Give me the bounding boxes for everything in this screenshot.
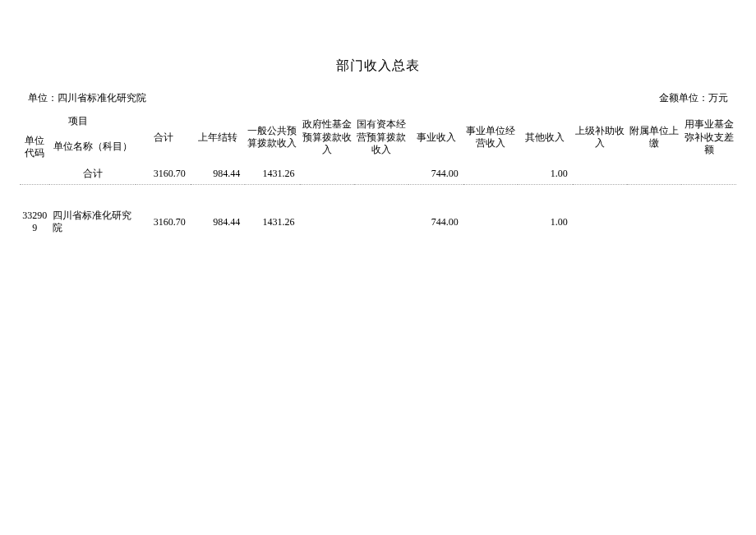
cell-bal — [681, 206, 736, 238]
cell-total: 3160.70 — [136, 206, 190, 238]
header-prev-carry: 上年结转 — [191, 112, 245, 164]
header-total: 合计 — [136, 112, 190, 164]
cell-state — [354, 206, 408, 238]
header-institution-oper: 事业单位经营收入 — [463, 112, 518, 164]
header-unit-code: 单位代码 — [20, 131, 49, 164]
cell-name: 合计 — [49, 164, 136, 185]
header-fund-balance: 用事业基金弥补收支差额 — [681, 112, 736, 164]
separator-row — [20, 185, 736, 206]
cell-gov — [300, 164, 354, 185]
cell-total: 3160.70 — [136, 164, 190, 185]
cell-upper — [573, 206, 627, 238]
cell-state — [354, 164, 408, 185]
cell-code — [20, 164, 49, 185]
cell-other: 1.00 — [518, 164, 572, 185]
table-row: 332909 四川省标准化研究院 3160.70 984.44 1431.26 … — [20, 206, 736, 238]
cell-biz: 744.00 — [408, 164, 463, 185]
cell-bal — [681, 164, 736, 185]
page-title: 部门收入总表 — [0, 0, 756, 91]
header-unit-name: 单位名称（科目） — [49, 131, 136, 164]
amount-unit-label: 金额单位：万元 — [659, 91, 728, 105]
meta-row: 单位：四川省标准化研究院 金额单位：万元 — [0, 91, 756, 112]
header-affiliated-payin: 附属单位上缴 — [627, 112, 681, 164]
header-general-public: 一般公共预算拨款收入 — [245, 112, 299, 164]
cell-prev: 984.44 — [191, 206, 245, 238]
cell-inst — [463, 206, 518, 238]
unit-label: 单位：四川省标准化研究院 — [28, 91, 146, 105]
cell-aff — [627, 206, 681, 238]
cell-other: 1.00 — [518, 206, 572, 238]
header-business-income: 事业收入 — [408, 112, 463, 164]
cell-name: 四川省标准化研究院 — [49, 206, 136, 238]
header-project-group: 项目 — [20, 112, 136, 131]
header-other-income: 其他收入 — [518, 112, 572, 164]
cell-gov — [300, 206, 354, 238]
income-table: 项目 合计 上年结转 一般公共预算拨款收入 政府性基金预算拨款收入 国有资本经营… — [20, 112, 736, 238]
header-gov-fund: 政府性基金预算拨款收入 — [300, 112, 354, 164]
cell-biz: 744.00 — [408, 206, 463, 238]
header-state-capital: 国有资本经营预算拨款收入 — [354, 112, 408, 164]
cell-prev: 984.44 — [191, 164, 245, 185]
income-table-wrap: 项目 合计 上年结转 一般公共预算拨款收入 政府性基金预算拨款收入 国有资本经营… — [0, 112, 756, 238]
cell-code: 332909 — [20, 206, 49, 238]
cell-upper — [573, 164, 627, 185]
cell-aff — [627, 164, 681, 185]
cell-inst — [463, 164, 518, 185]
header-upper-subsidy: 上级补助收入 — [573, 112, 627, 164]
cell-gen: 1431.26 — [245, 206, 299, 238]
cell-gen: 1431.26 — [245, 164, 299, 185]
table-row-total: 合计 3160.70 984.44 1431.26 744.00 1.00 — [20, 164, 736, 185]
